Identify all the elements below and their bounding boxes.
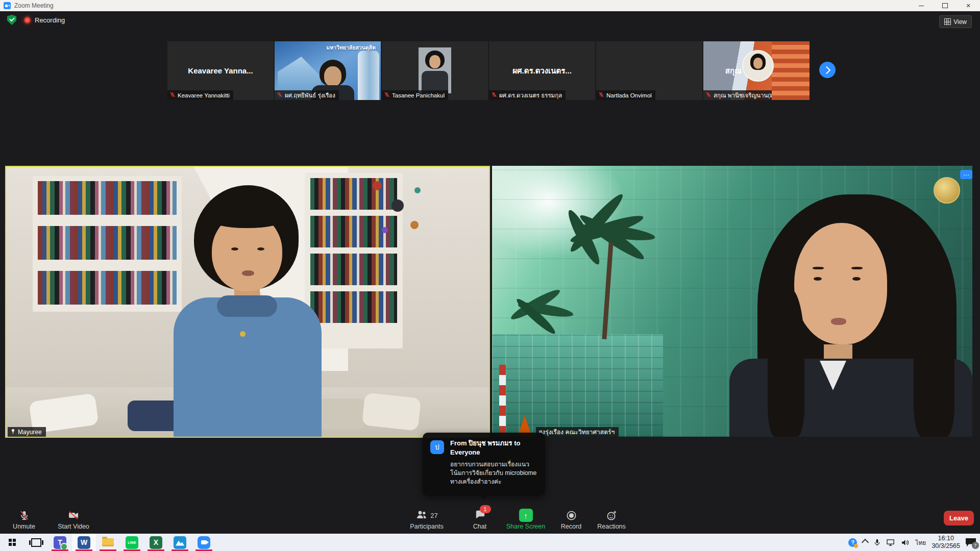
help-tray-icon[interactable]: ? [848, 538, 857, 547]
participant-thumbnail[interactable]: Nartlada Onvimol [596, 41, 702, 100]
speaker-name: Mayuree [18, 429, 42, 436]
participant-thumbnail[interactable]: Keavaree Yanna... Keavaree Yannakitti [167, 41, 274, 100]
windows-taskbar: T W LINE X ? ไทย 16:10 30/3/2565 7 [0, 534, 980, 551]
speaker-tray-icon[interactable] [901, 539, 910, 546]
close-button[interactable]: ✕ [957, 0, 980, 11]
participant-name: ผศ.ดร.ดวงเนตร ธรรมกุล [499, 91, 562, 100]
view-label: View [953, 18, 967, 26]
chevron-right-icon [823, 66, 831, 74]
participants-label: Participants [410, 523, 443, 530]
minimize-button[interactable] [910, 0, 933, 11]
participant-name: Nartlada Onvimol [606, 92, 652, 98]
chat-button[interactable]: 1 Chat [465, 509, 494, 530]
maximize-icon [942, 3, 948, 8]
main-video-right[interactable]: … สงรุ่งเรือง คณะวิทยาศาสตร์ฯ [492, 166, 972, 437]
leave-button[interactable]: Leave [944, 511, 974, 525]
pin-icon [10, 429, 16, 436]
meeting-toolbar: Unmute Start Video 27 Participants 1 Cha… [0, 506, 980, 534]
chat-popup-message: อยากรบกวนสอบถามเรื่องแนวโน้มการวิจัยเกี่… [450, 460, 539, 486]
microphone-tray-icon[interactable] [873, 539, 881, 546]
taskbar-app-task-view[interactable] [24, 534, 48, 551]
unmute-button[interactable]: Unmute [7, 509, 41, 530]
taskbar-app-zoom[interactable] [192, 534, 216, 551]
more-options-button[interactable]: … [960, 170, 972, 179]
participant-name: ผศ.ฤทธิพันธ์ รุ่งเรือง [285, 91, 335, 100]
more-icon: … [963, 169, 970, 177]
app-icon: T [54, 536, 66, 549]
video-feed-left [6, 167, 489, 437]
speaker-name-chip: Mayuree [8, 427, 46, 437]
app-icon: X [150, 536, 162, 549]
virtual-background-caption: มหาวิทยาลัยสวนดุสิต [275, 43, 376, 52]
taskbar-app-teams[interactable]: T [48, 534, 72, 551]
start-video-button[interactable]: Start Video [53, 509, 94, 530]
zoom-app-icon [4, 2, 11, 9]
record-label: Record [561, 523, 581, 530]
app-icon [30, 536, 42, 549]
speaker-name-chip: สงรุ่งเรือง คณะวิทยาศาสตร์ฯ [536, 427, 619, 437]
taskbar-app-start[interactable] [0, 534, 24, 551]
main-video-left[interactable]: Mayuree [5, 166, 490, 438]
participant-name-chip: ผศ.ฤทธิพันธ์ รุ่งเรือง [275, 90, 339, 100]
muted-mic-icon [384, 92, 390, 99]
reactions-button[interactable]: Reactions [593, 509, 630, 530]
maximize-button[interactable] [933, 0, 957, 11]
minimize-icon [919, 6, 924, 6]
participant-thumbnail[interactable]: สกุณ พานิชเจริญ... สกุณ พานิชเจริญนาน(ม.… [703, 41, 810, 100]
participant-thumbnail[interactable]: ผศ.ดร.ดวงเนตร... ผศ.ดร.ดวงเนตร ธรรมกุล [489, 41, 595, 100]
muted-mic-icon [169, 92, 176, 99]
share-screen-button[interactable]: ↑ Share Screen [502, 509, 550, 530]
view-button[interactable]: View [939, 15, 972, 28]
window-titlebar: Zoom Meeting ✕ [0, 0, 980, 11]
hidden-icons-chevron[interactable] [862, 539, 869, 546]
participant-name-chip: ผศ.ดร.ดวงเนตร ธรรมกุล [489, 90, 566, 100]
reactions-smiley-icon [606, 509, 618, 522]
taskbar-apps: T W LINE X [0, 534, 216, 551]
network-display-tray-icon[interactable] [887, 539, 895, 546]
participants-count: 27 [430, 512, 437, 519]
taskbar-app-photos[interactable] [168, 534, 192, 551]
taskbar-app-excel[interactable]: X [144, 534, 168, 551]
clock-date: 30/3/2565 [932, 542, 960, 550]
app-icon: LINE [126, 536, 138, 549]
taskbar-app-line[interactable]: LINE [120, 534, 144, 551]
chat-label: Chat [473, 523, 486, 530]
taskbar-clock[interactable]: 16:10 30/3/2565 [932, 535, 960, 550]
language-indicator[interactable]: ไทย [915, 538, 926, 547]
muted-mic-icon [598, 92, 604, 99]
muted-mic-icon [277, 92, 283, 99]
speaker-name: สงรุ่งเรือง คณะวิทยาศาสตร์ฯ [538, 427, 615, 437]
next-page-arrow-button[interactable] [819, 62, 836, 78]
record-button[interactable]: Record [555, 509, 587, 530]
share-screen-label: Share Screen [506, 523, 545, 530]
taskbar-app-word[interactable]: W [72, 534, 96, 551]
chat-unread-badge: 1 [480, 505, 491, 513]
gallery-grid-icon [944, 18, 951, 25]
start-video-label: Start Video [58, 523, 89, 530]
participant-thumbnail[interactable]: มหาวิทยาลัยสวนดุสิต ผศ.ฤทธิพันธ์ รุ่งเรื… [275, 41, 381, 100]
chat-notification-popup[interactable]: ป From ปิยนุช พรมภมร to Everyone อยากรบก… [423, 433, 545, 496]
participant-thumbnail[interactable]: Tasanee Panichakul [382, 41, 488, 100]
share-screen-icon: ↑ [519, 509, 533, 522]
muted-mic-icon [491, 92, 497, 99]
recording-indicator-icon [24, 17, 31, 23]
participants-button[interactable]: 27 Participants [405, 509, 449, 530]
close-icon: ✕ [966, 3, 970, 9]
thumbnail-strip: Keavaree Yanna... Keavaree Yannakitti มห… [167, 41, 810, 100]
participant-name-chip: Keavaree Yannakitti [167, 90, 233, 100]
participant-name: Tasanee Panichakul [392, 92, 445, 98]
participant-name-chip: Tasanee Panichakul [382, 90, 448, 100]
chat-popup-header: From ปิยนุช พรมภมร to Everyone [450, 439, 538, 457]
reactions-label: Reactions [597, 523, 626, 530]
participants-icon [415, 509, 428, 522]
taskbar-app-explorer[interactable] [96, 534, 120, 551]
app-icon: W [78, 536, 90, 549]
app-icon [6, 536, 18, 549]
video-off-icon [67, 509, 80, 522]
action-center-icon[interactable]: 7 [966, 538, 976, 547]
participant-name: Keavaree Yannakitti [178, 92, 230, 98]
record-icon [566, 509, 577, 522]
video-feed-right [492, 166, 972, 437]
window-title: Zoom Meeting [14, 2, 54, 9]
notification-count-badge: 7 [972, 542, 979, 549]
